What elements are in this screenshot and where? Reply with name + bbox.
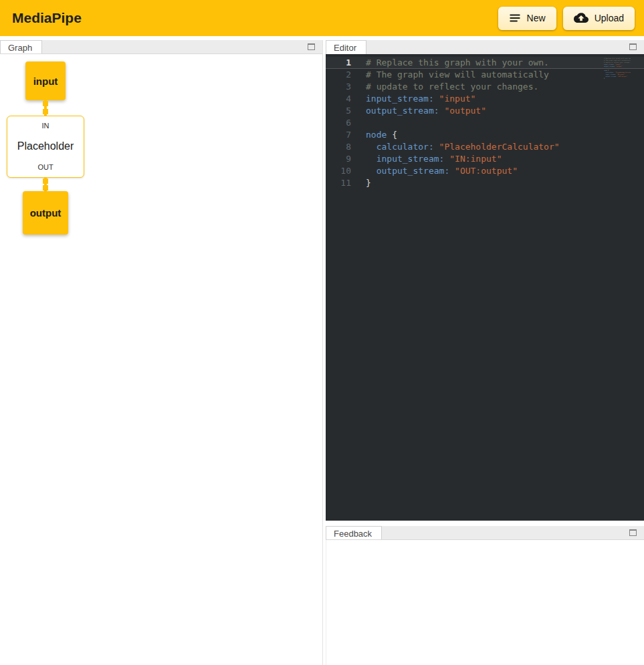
line-number: 9 (326, 153, 351, 165)
tab-graph[interactable]: Graph (0, 40, 42, 53)
node-label: output (30, 207, 62, 219)
maximize-icon[interactable] (629, 43, 637, 50)
tab-feedback[interactable]: Feedback (326, 526, 382, 539)
feedback-panel: Feedback (326, 526, 644, 665)
line-number: 7 (326, 129, 351, 141)
line-number: 4 (326, 93, 351, 105)
graph-node-output[interactable]: output (23, 191, 68, 235)
new-button-label: New (527, 13, 546, 23)
upload-button[interactable]: Upload (563, 7, 635, 30)
main-area: Graph input IN Placeholder OUT (0, 36, 644, 665)
editor-panel: Editor 1# Replace this graph with your o… (326, 40, 644, 521)
connector-port (43, 185, 48, 190)
line-number: 3 (326, 81, 351, 93)
line-number: 11 (326, 177, 351, 189)
line-number: 5 (326, 105, 351, 117)
code-line: 2# The graph view will automatically (326, 69, 644, 81)
line-number: 6 (326, 117, 351, 129)
graph-edge-input-placeholder (42, 100, 49, 116)
node-label: Placeholder (17, 140, 74, 152)
feedback-content (326, 540, 644, 665)
editor-panel-tabs: Editor (326, 40, 644, 54)
connector-port (43, 178, 48, 184)
app-title: MediaPipe (12, 10, 82, 26)
code-line: 8 calculator: "PlaceholderCalculator" (326, 141, 644, 153)
connector-port (43, 109, 48, 114)
code-line: 11} (326, 177, 644, 189)
line-number: 10 (326, 165, 351, 177)
maximize-icon[interactable] (629, 529, 637, 536)
graph-panel: Graph input IN Placeholder OUT (0, 40, 323, 665)
code-line: 4input_stream: "input" (326, 93, 644, 105)
code-line: 6 (326, 117, 644, 129)
app-header: MediaPipe New Upload (0, 0, 644, 36)
editor-minimap[interactable]: # Replace this graph with your own.# The… (604, 57, 631, 80)
panel-divider (326, 521, 644, 526)
editor-code[interactable]: 1# Replace this graph with your own.2# T… (326, 54, 644, 521)
new-button[interactable]: New (498, 7, 556, 30)
node-label: input (33, 76, 58, 87)
connector-port (43, 101, 48, 106)
feedback-panel-tabs: Feedback (326, 526, 644, 540)
line-number: 8 (326, 141, 351, 153)
code-line: 7node { (326, 129, 644, 141)
code-line: 5output_stream: "output" (326, 105, 644, 117)
input-port-label: IN (42, 122, 49, 130)
menu-icon (509, 12, 521, 24)
line-number: 1 (326, 57, 351, 68)
code-line: 3# update to reflect your changes. (326, 81, 644, 93)
maximize-icon[interactable] (308, 43, 315, 50)
graph-canvas[interactable]: input IN Placeholder OUT output (0, 54, 322, 665)
upload-button-label: Upload (595, 13, 624, 23)
code-line: 9 input_stream: "IN:input" (326, 153, 644, 165)
code-line: 1# Replace this graph with your own. (326, 57, 644, 69)
line-number: 2 (326, 69, 351, 81)
right-column: Editor 1# Replace this graph with your o… (326, 40, 644, 665)
graph-node-placeholder[interactable]: IN Placeholder OUT (7, 116, 84, 178)
graph-edge-placeholder-output (42, 178, 49, 191)
graph-node-input[interactable]: input (25, 61, 66, 100)
code-line: 10 output_stream: "OUT:output" (326, 165, 644, 177)
output-port-label: OUT (37, 163, 53, 171)
graph-panel-tabs: Graph (0, 40, 322, 54)
cloud-upload-icon (574, 13, 588, 24)
tab-editor[interactable]: Editor (326, 40, 366, 54)
